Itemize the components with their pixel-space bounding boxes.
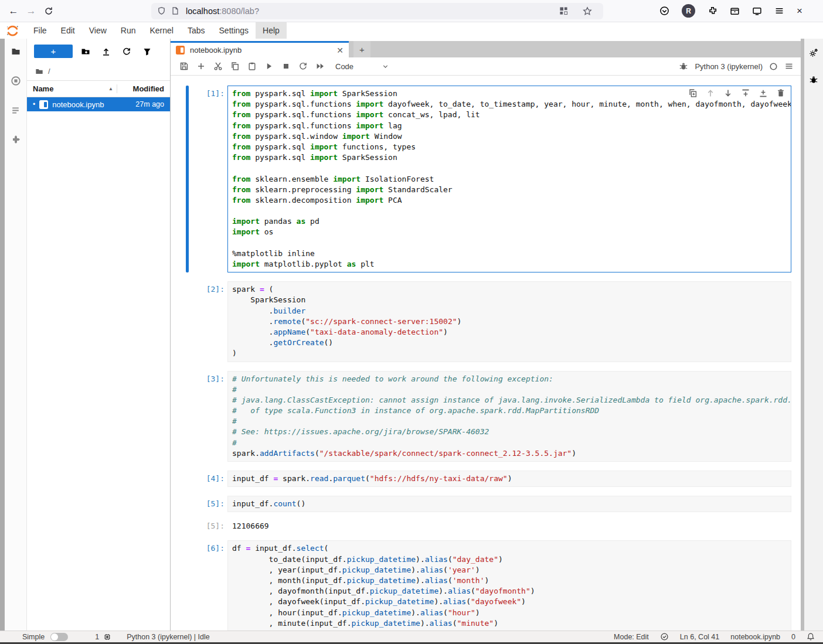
forward-icon[interactable]: →	[22, 2, 40, 20]
kernel-name[interactable]: Python 3 (ipykernel)	[695, 62, 763, 71]
file-browser-toolbar: +	[27, 39, 170, 63]
save-button[interactable]	[175, 59, 192, 74]
statusbar-filename[interactable]: notebook.ipynb	[730, 633, 780, 641]
code-cell-3[interactable]: [3]: # Unfortunately this is needed to w…	[186, 371, 791, 462]
menu-file[interactable]: File	[26, 22, 54, 39]
file-modified: 27m ago	[135, 100, 164, 108]
copy-cells-button[interactable]	[226, 59, 243, 74]
code-line: import matplotlib.pyplot as plt	[232, 259, 787, 270]
kernel-status-icon[interactable]	[769, 62, 778, 71]
url-text[interactable]: localhost:8080/lab?	[186, 6, 259, 16]
breadcrumb[interactable]: /	[27, 63, 170, 80]
extension-manager-icon[interactable]	[11, 135, 21, 144]
code-cell-6[interactable]: [6]: df = input_df.select( to_date(input…	[186, 540, 791, 631]
bell-icon[interactable]	[807, 632, 815, 641]
account-avatar[interactable]: R	[682, 4, 695, 18]
pocket-icon[interactable]	[659, 6, 669, 16]
menu-edit[interactable]: Edit	[54, 22, 82, 39]
menu-tabs[interactable]: Tabs	[181, 22, 212, 39]
kernel-status-text[interactable]: Python 3 (ipykernel) | Idle	[127, 633, 210, 641]
cell-editor[interactable]: input_df = spark.read.parquet("hdfs://hd…	[227, 471, 791, 487]
duplicate-cell-button[interactable]	[688, 88, 698, 98]
delete-cell-button[interactable]	[776, 88, 785, 98]
code-line: # of type scala.Function3 in instance of…	[232, 406, 787, 416]
url-path: :8080/lab?	[219, 6, 259, 16]
file-browser-icon[interactable]	[11, 47, 21, 56]
add-cell-button[interactable]	[192, 59, 209, 74]
new-tab-button[interactable]: +	[353, 41, 370, 57]
stop-kernel-icon	[281, 62, 291, 71]
reload-icon[interactable]	[40, 2, 57, 20]
table-of-contents-icon[interactable]	[11, 105, 21, 115]
cell-type-dropdown[interactable]: Code	[335, 62, 389, 71]
page-icon[interactable]	[171, 6, 179, 15]
app-menu-icon[interactable]	[774, 6, 784, 16]
cursor-position[interactable]: Ln 6, Col 41	[680, 633, 719, 641]
cut-cells-button[interactable]	[209, 59, 226, 74]
filter-icon[interactable]	[142, 47, 152, 56]
code-cell-2[interactable]: [2]: spark = ( SparkSession .builder .re…	[186, 281, 791, 362]
cell-editor[interactable]: spark = ( SparkSession .builder .remote(…	[227, 281, 791, 362]
debugger-bug-icon[interactable]	[679, 62, 688, 71]
move-cell-down-button[interactable]	[723, 88, 733, 98]
menu-settings[interactable]: Settings	[212, 22, 256, 39]
new-folder-icon[interactable]	[81, 47, 90, 56]
close-icon[interactable]: ×	[797, 5, 802, 17]
toolbar-menu-icon[interactable]	[784, 62, 794, 71]
cell-editor[interactable]: df = input_df.select( to_date(input_df.p…	[227, 540, 791, 631]
extensions-icon[interactable]	[708, 6, 717, 16]
column-header-modified[interactable]: Modified	[117, 84, 164, 93]
move-cell-up-button[interactable]	[706, 88, 715, 98]
column-header-name[interactable]: Name▲	[33, 84, 117, 93]
cell-editor[interactable]: from pyspark.sql import SparkSessionfrom…	[227, 86, 791, 272]
kernel-sessions[interactable]: 1	[95, 633, 111, 641]
notebook-toolbar: Code Python 3 (ipykernel)	[171, 57, 801, 76]
upload-icon[interactable]	[101, 47, 111, 56]
code-line: input_df.count()	[232, 499, 787, 509]
paste-cells-button[interactable]	[243, 59, 260, 74]
tab-close-icon[interactable]: ✕	[336, 46, 344, 55]
stop-kernel-button[interactable]	[277, 59, 294, 74]
new-launcher-button[interactable]: +	[34, 45, 73, 58]
grid-icon[interactable]	[559, 6, 568, 15]
notebook-cells: [1]: from pyspark.sql import SparkSessio…	[171, 76, 801, 631]
code-cell-1[interactable]: [1]: from pyspark.sql import SparkSessio…	[186, 86, 791, 272]
code-line: # Unfortunately this is needed to work a…	[232, 374, 787, 384]
insert-cell-below-button[interactable]	[759, 88, 768, 98]
menu-run[interactable]: Run	[114, 22, 143, 39]
cell-editor[interactable]: # Unfortunately this is needed to work a…	[227, 371, 791, 462]
cell-toolbar	[688, 88, 785, 98]
trust-shield-icon	[660, 632, 669, 641]
property-inspector-icon[interactable]	[809, 48, 818, 57]
mode-indicator[interactable]: Mode: Edit	[614, 633, 649, 641]
cell-input-prompt: [2]:	[189, 281, 227, 362]
restart-kernel-button[interactable]	[294, 59, 311, 74]
bookmark-star-icon[interactable]	[583, 6, 592, 16]
code-line: , month(input_df.pickup_datetime).alias(…	[232, 575, 787, 586]
menu-kernel[interactable]: Kernel	[142, 22, 180, 39]
run-all-button[interactable]	[311, 59, 328, 74]
running-sessions-icon[interactable]	[11, 76, 21, 86]
tab-notebook[interactable]: notebook.ipynb ✕	[171, 41, 349, 57]
file-row[interactable]: • notebook.ipynb 27m ago	[27, 97, 170, 111]
refresh-icon[interactable]	[122, 47, 131, 56]
shield-icon[interactable]	[157, 6, 166, 15]
debugger-icon[interactable]	[809, 75, 818, 84]
breadcrumb-root[interactable]: /	[48, 67, 50, 76]
screen-icon[interactable]	[752, 6, 762, 16]
insert-cell-above-button[interactable]	[741, 88, 750, 98]
menu-help[interactable]: Help	[256, 22, 287, 39]
menu-view[interactable]: View	[82, 22, 114, 39]
code-line: from sklearn.decomposition import PCA	[232, 195, 787, 206]
code-cell-5[interactable]: [5]: input_df.count()	[186, 496, 791, 512]
code-line	[232, 238, 787, 248]
simple-mode-toggle[interactable]	[50, 633, 68, 641]
toolbox-icon[interactable]	[730, 6, 740, 16]
code-line: spark.addArtifacts("/stackable/spark/con…	[232, 448, 787, 459]
code-cell-4[interactable]: [4]: input_df = spark.read.parquet("hdfs…	[186, 471, 791, 487]
url-bar[interactable]: localhost:8080/lab?	[151, 3, 603, 19]
browser-toolbar: ← → localhost:8080/lab? R ×	[0, 0, 823, 22]
cell-editor[interactable]: input_df.count()	[227, 496, 791, 512]
back-icon[interactable]: ←	[5, 2, 22, 20]
run-cell-button[interactable]	[260, 59, 277, 74]
